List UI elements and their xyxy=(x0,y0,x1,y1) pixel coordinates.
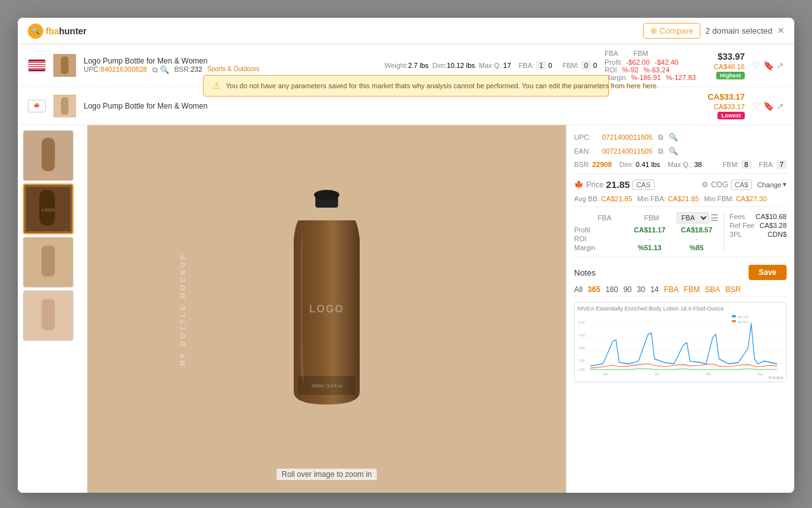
close-button[interactable]: × xyxy=(777,24,784,37)
tab-sba[interactable]: SBA xyxy=(705,285,720,294)
svg-rect-10 xyxy=(42,246,55,277)
external-link-btn-ca[interactable]: ↗ xyxy=(776,101,784,111)
tab-bsr[interactable]: BSR xyxy=(725,285,741,294)
product-info-us: Logo Pump Bottle for Men & Women UPC:840… xyxy=(84,57,377,74)
price-badge-ca: CA$33.17 CA$33.17 Lowest xyxy=(707,92,745,119)
chart-area: NIVEA Essentially Enriched Body Lotion 1… xyxy=(574,302,787,382)
fba-header-us: FBA xyxy=(605,50,618,57)
ean-value[interactable]: 0072140011505 xyxy=(602,147,653,155)
tab-all[interactable]: All xyxy=(574,285,582,294)
cog-icon: ⚙ xyxy=(702,180,709,189)
roll-over-zoom-text: Roll over image to zoom in xyxy=(277,469,377,480)
fbm-profit-us: -$42.40 xyxy=(655,58,678,66)
copy-ean-btn[interactable]: ⧉ xyxy=(658,147,664,156)
bsr-dim-row: BSR: 22908 Dim: 0.41 lbs Max Q.: 38 FBM:… xyxy=(574,161,787,168)
search-ean-btn[interactable]: 🔍 xyxy=(669,147,678,156)
tab-365[interactable]: 365 xyxy=(587,285,600,294)
notes-section: Notes Save xyxy=(574,265,787,280)
chevron-down-icon: ▾ xyxy=(783,180,787,189)
copy-upc-btn-us[interactable]: ⧉ xyxy=(152,65,158,74)
fbm-margin-us: %-127.83 xyxy=(666,74,696,81)
warning-icon: ⚠ xyxy=(213,81,221,91)
thumb-4[interactable] xyxy=(23,290,74,341)
tab-fbm[interactable]: FBM xyxy=(684,285,700,294)
save-button[interactable]: Save xyxy=(749,265,787,280)
copy-upc-btn[interactable]: ⧉ xyxy=(658,133,664,142)
main-product-image: LOGO 100ml / 3.4 fl oz xyxy=(219,176,435,443)
profit-table: FBA FBM FBAFBM ☰ Profit CA$11.17 xyxy=(574,212,719,251)
external-link-btn-us[interactable]: ↗ xyxy=(776,60,784,70)
fba-section: FBA: 7 xyxy=(759,161,787,168)
compare-label: Compare xyxy=(660,26,693,36)
upc-value[interactable]: 0721400011505 xyxy=(602,133,653,141)
roi-fba-val: - xyxy=(627,235,672,243)
bsr-value: 22908 xyxy=(593,161,612,168)
price-label: Price xyxy=(586,180,603,189)
svg-text:Nov: Nov xyxy=(603,373,609,376)
divider-2 xyxy=(574,257,787,257)
cog-cas-label: CA$ xyxy=(731,180,752,190)
settings-button[interactable]: ☰ xyxy=(710,213,719,223)
heart-btn-us[interactable]: ♡ xyxy=(752,60,761,70)
thumb-3[interactable] xyxy=(23,237,74,288)
product-image-ca xyxy=(53,95,76,117)
change-button[interactable]: Change ▾ xyxy=(757,180,787,189)
logo: 🔍 fbahunter xyxy=(28,23,87,39)
thumb-2[interactable]: LOGO xyxy=(23,184,74,234)
cas-badge: CAS xyxy=(632,180,655,190)
svg-text:Jan: Jan xyxy=(655,373,660,376)
tab-fba[interactable]: FBA xyxy=(664,285,678,294)
svg-text:LOGO: LOGO xyxy=(42,208,55,212)
fees-section: Fees CA$10.68 Ref Fee CA$3.28 3PL CDN$ xyxy=(724,212,787,251)
cat-us[interactable]: Sports & Outdoors xyxy=(207,65,259,74)
tab-90[interactable]: 90 xyxy=(623,285,631,294)
roi-data-row: ROI - - xyxy=(574,235,719,243)
avg-min-row: Avg BB: CA$21.85 Min FBA: CA$21.85 Min F… xyxy=(574,195,787,207)
svg-rect-34 xyxy=(732,320,736,322)
fba-profit-us: -$62.00 xyxy=(626,58,650,66)
badge-lowest-ca: Lowest xyxy=(717,112,745,119)
product-stats-us: Weight:2.7 lbs Dim:10.12 lbs Max Q.:17 xyxy=(384,62,511,69)
tab-30[interactable]: 30 xyxy=(637,285,645,294)
fba-col-header: FBA xyxy=(582,214,627,222)
ref-fee-label: Ref Fee xyxy=(730,222,754,229)
svg-point-14 xyxy=(314,190,339,200)
tab-14[interactable]: 14 xyxy=(650,285,658,294)
svg-rect-3 xyxy=(61,97,69,115)
svg-rect-32 xyxy=(732,315,736,317)
divider-1 xyxy=(574,173,787,174)
upc-label: UPC: xyxy=(574,133,597,141)
ean-label: EAN: xyxy=(574,147,597,155)
ca-flag-small: 🍁 xyxy=(574,180,584,189)
fba-dropdown[interactable]: FBAFBM xyxy=(676,212,709,224)
margin-data-row: Margin %51.13 %85 xyxy=(574,244,719,251)
compare-area: ⊕ Compare 2 domain selected × xyxy=(643,23,785,39)
search-upc-btn[interactable]: 🔍 xyxy=(669,133,678,142)
tpl-row: 3PL CDN$ xyxy=(730,230,787,239)
search-upc-btn-us[interactable]: 🔍 xyxy=(160,65,169,74)
svg-text:2.00: 2.00 xyxy=(579,358,585,362)
bsr-us: BSR:232 xyxy=(174,65,202,74)
profit-section-us: FBA FBM Profit -$62.00 -$42.40 ROI %-92 … xyxy=(605,50,706,81)
cog-section: ⚙ COG CA$ xyxy=(702,180,752,190)
fees-label: Fees xyxy=(730,213,745,220)
upc-value-us[interactable]: 840216300828 xyxy=(100,65,147,73)
bookmark-btn-us[interactable]: 🔖 xyxy=(763,60,774,70)
compare-icon: ⊕ xyxy=(650,26,657,36)
content-area: LOGO MP BOTTLE MOCKUP xyxy=(18,125,794,493)
maxq-us: Max Q.:17 xyxy=(479,62,511,69)
tab-180[interactable]: 180 xyxy=(605,285,618,294)
compare-button[interactable]: ⊕ Compare xyxy=(643,23,700,39)
heart-btn-ca[interactable]: ♡ xyxy=(752,101,761,111)
svg-text:Nov Nov 1.1...: Nov Nov 1.1... xyxy=(738,320,754,323)
ref-fee-value: CA$3.28 xyxy=(759,222,787,229)
profit-label-us: Profit xyxy=(605,58,621,66)
row-actions-ca: ♡ 🔖 ↗ xyxy=(752,101,784,111)
keepa-chart: 5.00 4.00 3.00 2.00 1.00 Nov Jan Mar May xyxy=(577,313,783,377)
fbm-count-us: FBM: 0 0 xyxy=(562,62,597,69)
bookmark-btn-ca[interactable]: 🔖 xyxy=(763,101,774,111)
tpl-value: CDN$ xyxy=(768,231,787,238)
svg-text:LOGO: LOGO xyxy=(309,304,344,314)
thumb-1[interactable] xyxy=(23,130,74,181)
meta-icons-us: ⧉ 🔍 xyxy=(152,65,169,74)
